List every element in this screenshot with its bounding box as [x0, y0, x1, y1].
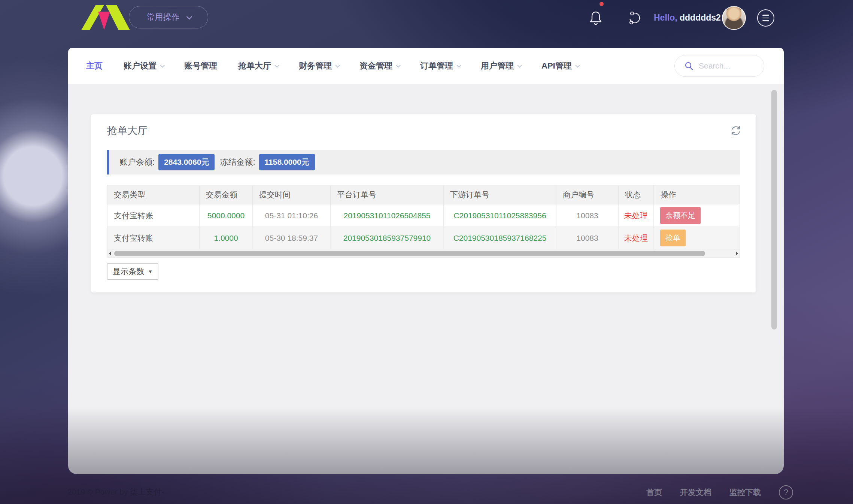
avatar[interactable] [722, 6, 746, 30]
col-header-time: 提交时间 [253, 185, 331, 204]
orders-table: 交易类型 交易金额 提交时间 平台订单号 下游订单号 商户编号 状态 操作 支付… [107, 185, 740, 258]
refresh-icon [730, 125, 742, 137]
nav-item-finance[interactable]: 财务管理 [299, 60, 339, 72]
frozen-amount-label: 冻结金额: [220, 157, 255, 168]
chevron-down-icon [186, 13, 192, 19]
help-button[interactable]: ? [779, 485, 793, 500]
table-row: 支付宝转账 5000.0000 05-31 01:10:26 201905310… [107, 204, 740, 227]
cell-amount: 5000.0000 [200, 204, 253, 227]
page-title: 抢单大厅 [107, 124, 148, 137]
search-icon [684, 61, 693, 70]
account-balance-label: 账户余额: [119, 157, 155, 168]
cell-merchant: 10083 [556, 227, 619, 249]
caret-down-icon: ▼ [148, 269, 153, 274]
sync-nodes-icon [628, 11, 642, 25]
page-size-label: 显示条数 [113, 266, 144, 277]
cell-amount: 1.0000 [200, 227, 253, 249]
frozen-amount-value: 1158.0000元 [259, 154, 315, 170]
nav-label: 资金管理 [359, 60, 392, 72]
nav-item-funds[interactable]: 资金管理 [359, 60, 399, 72]
user-greeting: Hello, dddddds2 [654, 13, 721, 23]
nav-label: 用户管理 [481, 60, 514, 72]
vertical-scrollbar[interactable] [771, 90, 777, 330]
quick-actions-label: 常用操作 [147, 12, 180, 23]
chevron-down-icon [160, 63, 165, 68]
chevron-down-icon [456, 63, 461, 68]
chevron-down-icon [575, 63, 580, 68]
col-header-status: 状态 [619, 185, 654, 204]
question-mark-icon: ? [784, 488, 788, 497]
greeting-prefix: Hello, [654, 13, 677, 22]
nav-label: 财务管理 [299, 60, 332, 72]
menu-line [762, 18, 769, 19]
nav-label: API管理 [541, 60, 572, 72]
notification-dot [599, 2, 604, 6]
footer-link-monitor-download[interactable]: 监控下载 [729, 487, 761, 498]
col-header-merchant: 商户编号 [556, 185, 619, 204]
nav-label: 账户设置 [124, 60, 157, 72]
sync-nodes-button[interactable] [628, 11, 642, 25]
table-header-row: 交易类型 交易金额 提交时间 平台订单号 下游订单号 商户编号 状态 操作 [107, 185, 740, 204]
cell-time: 05-30 18:59:37 [253, 227, 331, 249]
cell-status: 未处理 [619, 204, 654, 227]
cell-platform-order: 20190531011026504855 [331, 204, 444, 227]
horizontal-scrollbar-thumb[interactable] [114, 251, 705, 256]
quick-actions-dropdown[interactable]: 常用操作 [129, 6, 208, 28]
refresh-button[interactable] [730, 125, 742, 137]
nav-item-home[interactable]: 主页 [86, 60, 103, 72]
grab-order-button[interactable]: 抢单 [660, 230, 686, 246]
scroll-left-arrow-icon[interactable] [109, 251, 111, 256]
cell-time: 05-31 01:10:26 [253, 204, 331, 227]
menu-button[interactable] [757, 9, 774, 27]
notifications-bell-button[interactable] [589, 10, 603, 25]
chevron-down-icon [517, 63, 522, 68]
footer-link-dev-docs[interactable]: 开发文档 [680, 487, 711, 498]
nav-item-users[interactable]: 用户管理 [481, 60, 520, 72]
username: dddddds2 [680, 13, 721, 22]
scroll-right-arrow-icon[interactable] [736, 251, 738, 256]
cell-action: 余额不足 [654, 204, 738, 227]
cell-type: 支付宝转账 [107, 227, 200, 249]
nav-label: 订单管理 [420, 60, 453, 72]
nav-item-api[interactable]: API管理 [541, 60, 579, 72]
cell-downstream-order: C20190531011025883956 [444, 204, 556, 227]
footer-links: 首页 开发文档 监控下载 ? [646, 485, 793, 500]
col-header-type: 交易类型 [107, 185, 200, 204]
nav-label: 主页 [86, 60, 103, 72]
nav-item-orders[interactable]: 订单管理 [420, 60, 460, 72]
cell-action: 抢单 [654, 227, 738, 249]
table-row: 支付宝转账 1.0000 05-30 18:59:37 201905301859… [107, 227, 740, 249]
menu-line [762, 20, 769, 21]
chevron-down-icon [335, 63, 340, 68]
cell-status: 未处理 [619, 227, 654, 249]
chevron-down-icon [274, 63, 279, 68]
col-header-action: 操作 [654, 185, 738, 204]
col-header-amount: 交易金额 [200, 185, 253, 204]
top-bar: 常用操作 Hello, dddddds2 [0, 0, 853, 36]
main-navbar: 主页 账户设置 账号管理 抢单大厅 财务管理 资金管理 订单管理 用户管理 [68, 48, 784, 84]
nav-item-account-management[interactable]: 账号管理 [184, 60, 217, 72]
nav-label: 账号管理 [184, 60, 217, 72]
bell-icon [589, 10, 603, 25]
nav-item-account-settings[interactable]: 账户设置 [124, 60, 163, 72]
chevron-down-icon [396, 63, 401, 68]
horizontal-scrollbar[interactable] [107, 249, 740, 257]
footer-link-home[interactable]: 首页 [646, 487, 662, 498]
cell-merchant: 10083 [556, 204, 619, 227]
search-input[interactable] [699, 61, 755, 70]
brand-logo[interactable] [74, 4, 134, 30]
footer-copyright: 2019 © Power by 柒上支付- [67, 487, 164, 497]
nav-item-order-grab-hall[interactable]: 抢单大厅 [238, 60, 278, 72]
insufficient-balance-button[interactable]: 余额不足 [660, 207, 701, 224]
order-grab-panel: 抢单大厅 账户余额: 2843.0060元 冻结金额: 1158.0000元 交… [91, 114, 756, 292]
account-balance-value: 2843.0060元 [158, 154, 215, 170]
menu-line [762, 15, 769, 16]
balance-strip: 账户余额: 2843.0060元 冻结金额: 1158.0000元 [107, 150, 740, 174]
page-size-select[interactable]: 显示条数 ▼ [107, 263, 158, 280]
cell-type: 支付宝转账 [107, 204, 200, 227]
col-header-platform-order: 平台订单号 [331, 185, 444, 204]
search-box [674, 55, 764, 77]
cell-downstream-order: C20190530185937168225 [444, 227, 556, 249]
page: 常用操作 Hello, dddddds2 [0, 0, 853, 504]
cell-platform-order: 20190530185937579910 [331, 227, 444, 249]
